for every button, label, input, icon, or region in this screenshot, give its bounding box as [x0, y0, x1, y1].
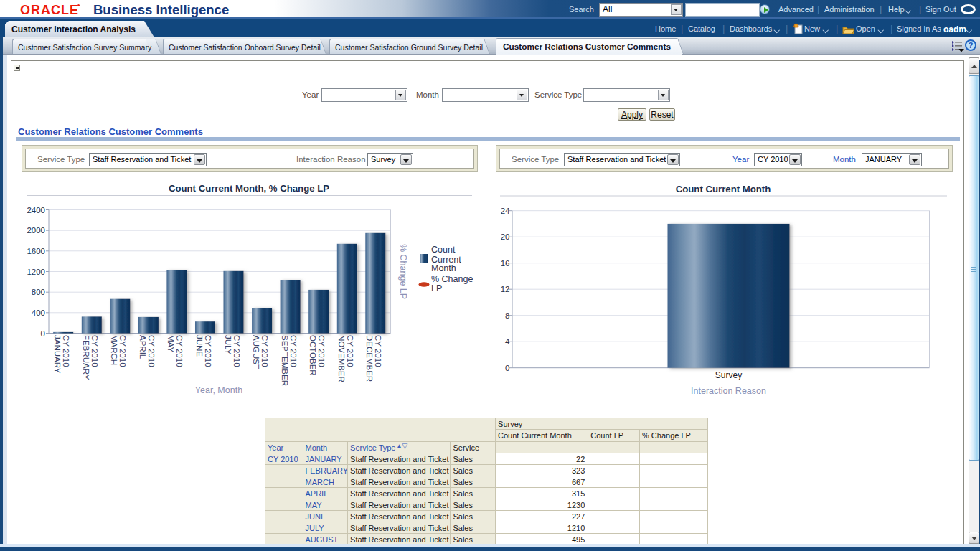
svg-text:0: 0: [41, 329, 45, 338]
svg-text:CY 2010SEPTEMBER: CY 2010SEPTEMBER: [281, 335, 298, 386]
svg-text:CY 2010OCTOBER: CY 2010OCTOBER: [308, 335, 326, 376]
svg-text:Count Current Month: Count Current Month: [676, 184, 771, 194]
svg-text:1600: 1600: [27, 247, 45, 255]
svg-text:CY 2010FEBRUARY: CY 2010FEBRUARY: [82, 335, 99, 380]
svg-text:1200: 1200: [27, 268, 45, 276]
svg-text:Count: Count: [431, 245, 456, 255]
svg-text:CY 2010DECEMBER: CY 2010DECEMBER: [365, 335, 382, 382]
svg-text:% Change: % Change: [431, 274, 473, 284]
svg-text:Count Current Month, % Change: Count Current Month, % Change LP: [169, 183, 329, 194]
svg-text:Year, Month: Year, Month: [195, 385, 242, 395]
svg-text:CY 2010JANUARY: CY 2010JANUARY: [53, 335, 70, 374]
svg-text:CY 2010AUGUST: CY 2010AUGUST: [252, 335, 269, 369]
svg-text:2000: 2000: [27, 226, 45, 235]
svg-text:20: 20: [501, 232, 510, 241]
svg-text:LP: LP: [431, 283, 442, 293]
svg-text:16: 16: [501, 259, 510, 268]
svg-text:400: 400: [32, 309, 45, 317]
svg-text:% Change LP: % Change LP: [398, 244, 408, 299]
svg-text:CY 2010MARCH: CY 2010MARCH: [110, 335, 127, 367]
svg-text:2400: 2400: [27, 206, 45, 215]
svg-text:CY 2010NOVEMBER: CY 2010NOVEMBER: [337, 335, 354, 382]
svg-text:0: 0: [505, 364, 509, 372]
svg-text:Interaction Reason: Interaction Reason: [691, 386, 766, 396]
svg-text:8: 8: [505, 311, 509, 320]
svg-text:CY 2010JUNE: CY 2010JUNE: [195, 335, 212, 367]
svg-text:12: 12: [501, 285, 510, 293]
svg-text:800: 800: [32, 288, 45, 296]
svg-text:Survey: Survey: [715, 370, 742, 380]
svg-text:CY 2010APRIL: CY 2010APRIL: [138, 335, 156, 367]
svg-text:?: ?: [968, 41, 973, 50]
svg-text:24: 24: [501, 207, 510, 215]
svg-text:CY 2010JULY: CY 2010JULY: [224, 335, 241, 367]
svg-text:CY 2010MAY: CY 2010MAY: [166, 335, 184, 367]
svg-text:Month: Month: [431, 263, 456, 273]
